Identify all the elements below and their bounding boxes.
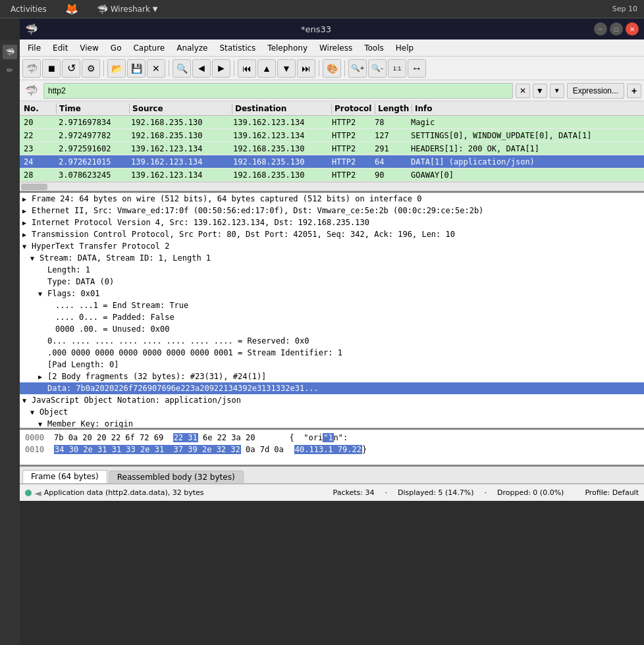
hex-bytes-0000: 7b 0a 20 20 22 6f 72 69 22 31 6e 22 3a 2… <box>54 433 255 442</box>
maximize-btn[interactable]: □ <box>610 22 623 36</box>
toolbar-go-last-btn[interactable]: ⏭ <box>297 59 315 78</box>
tab-frame[interactable]: Frame (64 bytes) <box>22 470 107 483</box>
add-filter-btn[interactable]: + <box>627 84 641 98</box>
menu-file[interactable]: File <box>22 42 46 54</box>
status-arrow-left[interactable]: ◄ <box>34 488 41 498</box>
detail-fragments[interactable]: ▶ [2 Body fragments (32 bytes): #23(31),… <box>20 371 644 382</box>
detail-reserved[interactable]: 0... .... .... .... .... .... .... .... … <box>20 335 644 347</box>
side-icon-shark[interactable]: 🦈 <box>3 45 17 59</box>
packet-list: No. Time Source Destination Protocol Len… <box>20 101 644 193</box>
col-header-time: Time <box>57 104 129 113</box>
detail-ip[interactable]: ▶ Internet Protocol Version 4, Src: 139.… <box>20 217 644 228</box>
toolbar-stop-btn[interactable]: ⏹ <box>42 59 61 78</box>
toolbar-zoom-out-btn[interactable]: 🔍- <box>368 59 387 78</box>
filter-input[interactable] <box>43 83 513 99</box>
toolbar-go-down-btn[interactable]: ▼ <box>277 59 296 78</box>
packet-row-24[interactable]: 24 2.972621015 139.162.123.134 192.168.2… <box>20 155 644 168</box>
detail-padded[interactable]: .... 0... = Padded: False <box>20 311 644 323</box>
detail-tcp[interactable]: ▶ Transmission Control Protocol, Src Por… <box>20 228 644 240</box>
titlebar: 🦈 *ens33 − □ ✕ <box>20 18 644 39</box>
toggle-ip[interactable]: ▶ <box>22 219 30 226</box>
toggle-json-object[interactable]: ▼ <box>30 409 38 416</box>
toggle-http2[interactable]: ▼ <box>22 243 30 250</box>
detail-pad-len[interactable]: [Pad Length: 0] <box>20 359 644 371</box>
pkt-len: 78 <box>372 118 408 127</box>
toolbar-colorize-btn[interactable]: 🎨 <box>323 59 341 78</box>
bottom-tabs: Frame (64 bytes) Reassembled body (32 by… <box>20 467 644 484</box>
activities-btn[interactable]: Activities <box>7 3 51 15</box>
pkt-info: SETTINGS[0], WINDOW_UPDATE[0], DATA[1] <box>408 131 644 140</box>
toolbar-save-btn[interactable]: 💾 <box>127 59 146 78</box>
filter-dropdown-btn[interactable]: ▼ <box>550 84 564 98</box>
hscrollbar-thumb[interactable] <box>21 184 47 190</box>
detail-json-object[interactable]: ▼ Object <box>20 406 644 418</box>
firefox-icon[interactable]: 🦊 <box>61 1 82 16</box>
minimize-btn[interactable]: − <box>594 22 607 36</box>
toggle-member-key[interactable]: ▼ <box>38 421 46 428</box>
toggle-stream[interactable]: ▼ <box>30 255 38 262</box>
menu-analyze[interactable]: Analyze <box>171 42 213 54</box>
detail-frame[interactable]: ▶ Frame 24: 64 bytes on wire (512 bits),… <box>20 193 644 205</box>
toggle-ethernet[interactable]: ▶ <box>22 207 30 215</box>
toolbar-back-btn[interactable]: ◄ <box>192 59 211 78</box>
toolbar-close-cap-btn[interactable]: ✕ <box>147 59 165 78</box>
detail-json[interactable]: ▼ JavaScript Object Notation: applicatio… <box>20 394 644 406</box>
toggle-flags[interactable]: ▼ <box>38 290 46 297</box>
detail-flags[interactable]: ▼ Flags: 0x01 <box>20 288 644 299</box>
menu-wireless[interactable]: Wireless <box>314 42 358 54</box>
detail-http2[interactable]: ▼ HyperText Transfer Protocol 2 <box>20 240 644 252</box>
toolbar-zoom-norm-btn[interactable]: 1:1 <box>388 59 406 78</box>
packet-row-23[interactable]: 23 2.972591602 139.162.123.134 192.168.2… <box>20 142 644 155</box>
detail-length-text: Length: 1 <box>47 265 90 274</box>
detail-unused[interactable]: 0000 .00. = Unused: 0x00 <box>20 323 644 335</box>
pkt-dst: 192.168.235.130 <box>230 170 329 180</box>
toggle-json[interactable]: ▼ <box>22 397 30 404</box>
detail-ethernet[interactable]: ▶ Ethernet II, Src: Vmware_ed:17:0f (00:… <box>20 205 644 217</box>
close-btn[interactable]: ✕ <box>626 22 639 36</box>
menu-tools[interactable]: Tools <box>359 42 389 54</box>
detail-length[interactable]: Length: 1 <box>20 264 644 276</box>
menu-telephony[interactable]: Telephony <box>262 42 313 54</box>
pkt-src: 192.168.235.130 <box>128 131 230 140</box>
side-icon-edit[interactable]: ✏ <box>3 63 17 78</box>
menu-capture[interactable]: Capture <box>128 42 170 54</box>
menu-edit[interactable]: Edit <box>47 42 73 54</box>
separator1: · <box>385 488 387 497</box>
detail-type[interactable]: Type: DATA (0) <box>20 276 644 288</box>
packet-row-22[interactable]: 22 2.972497782 192.168.235.130 139.162.1… <box>20 129 644 142</box>
toolbar-find-btn[interactable]: 🔍 <box>173 59 191 78</box>
titlebar-left: 🦈 <box>25 23 38 36</box>
toolbar-go-first-btn[interactable]: ⏮ <box>238 59 256 78</box>
detail-member-key[interactable]: ▼ Member Key: origin <box>20 418 644 430</box>
menu-statistics[interactable]: Statistics <box>214 42 261 54</box>
packet-hscrollbar[interactable] <box>20 182 644 191</box>
toggle-frame[interactable]: ▶ <box>22 195 30 203</box>
tab-reassembled[interactable]: Reassembled body (32 bytes) <box>109 471 244 483</box>
packet-row-28[interactable]: 28 3.078623245 139.162.123.134 192.168.2… <box>20 168 644 182</box>
detail-stream[interactable]: ▼ Stream: DATA, Stream ID: 1, Length 1 <box>20 252 644 264</box>
toolbar-open-btn[interactable]: 📂 <box>107 59 126 78</box>
menu-help[interactable]: Help <box>390 42 419 54</box>
toggle-tcp[interactable]: ▶ <box>22 231 30 238</box>
packet-row-20[interactable]: 20 2.971697834 192.168.235.130 139.162.1… <box>20 116 644 129</box>
detail-data[interactable]: Data: 7b0a2020226f726907696e223a20922134… <box>20 382 644 394</box>
menu-go[interactable]: Go <box>105 42 127 54</box>
toolbar-prefs-btn[interactable]: ⚙ <box>82 59 100 78</box>
detail-end-stream[interactable]: .... ...1 = End Stream: True <box>20 299 644 311</box>
expression-btn[interactable]: Expression... <box>567 83 624 99</box>
filter-clear-btn[interactable]: ✕ <box>516 84 530 98</box>
filter-apply-btn[interactable]: ▼ <box>533 84 547 98</box>
toolbar-shark-btn[interactable]: 🦈 <box>22 59 41 78</box>
wireshark-taskbar-btn[interactable]: 🦈 Wireshark ▼ <box>93 3 162 16</box>
toolbar-restart-btn[interactable]: ↺ <box>62 59 80 78</box>
menu-view[interactable]: View <box>74 42 103 54</box>
pkt-time: 2.972591602 <box>56 144 128 153</box>
os-taskbar: Activities 🦊 🦈 Wireshark ▼ Sep 10 <box>0 0 644 18</box>
toolbar-zoom-in-btn[interactable]: 🔍+ <box>348 59 367 78</box>
toolbar-go-up-btn[interactable]: ▲ <box>257 59 276 78</box>
toggle-fragments[interactable]: ▶ <box>38 373 46 380</box>
detail-stream-id[interactable]: .000 0000 0000 0000 0000 0000 0000 0001 … <box>20 347 644 359</box>
toolbar-resize-btn[interactable]: ↔ <box>408 59 426 78</box>
detail-json-text: JavaScript Object Notation: application/… <box>32 396 241 405</box>
toolbar-fwd-btn[interactable]: ► <box>212 59 230 78</box>
